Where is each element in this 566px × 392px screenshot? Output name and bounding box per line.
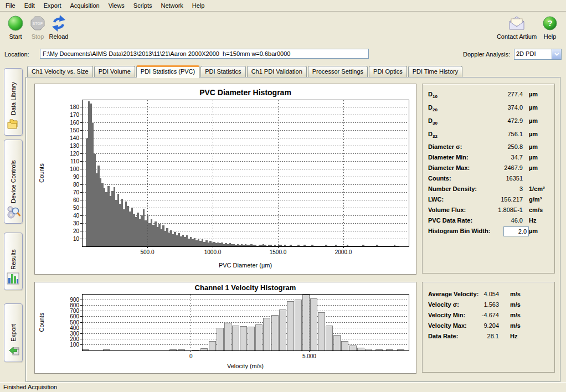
stat-value: 9.204 [423,321,499,331]
svg-text:170: 170 [70,112,79,118]
stat-value: -4.674 [423,310,499,321]
stat-unit: µm [529,226,538,236]
stat-row: D30472.9µm [423,115,554,128]
stat-unit: m/s [510,310,521,321]
stat-value: 28.1 [423,331,499,342]
sidebar-item-data-library[interactable]: Data Library [4,68,23,136]
svg-text:150: 150 [70,127,79,133]
sidebar: Data LibraryDevice ControlsResultsExport [0,62,25,382]
svg-text:180: 180 [70,104,79,110]
folders-icon [6,117,20,132]
stat-row: Average Velocity:4.054m/s [423,289,554,300]
svg-text:10: 10 [73,236,80,242]
stat-value: 34.7 [423,152,523,163]
location-input[interactable] [40,49,369,59]
stop-button[interactable]: STOP Stop [28,14,48,40]
stat-unit: cm/s [529,205,543,215]
svg-text:STOP: STOP [33,22,43,25]
sidebar-item-results[interactable]: Results [4,233,23,290]
tab-ch1-pdi-validation[interactable]: Ch1 PDI Validation [247,66,307,77]
sidebar-item-device-controls[interactable]: Device Controls [4,140,23,224]
tab-pdi-statistics-pvc[interactable]: PDI Statistics (PVC) [136,65,199,78]
chart-title: PVC Diameter Histogram [199,88,291,97]
stat-unit: Hz [510,331,517,342]
histogram-bin-width-input[interactable] [503,226,529,236]
x-axis-label: PVC Diameter (µm) [219,262,272,269]
svg-text:70: 70 [73,189,80,195]
stat-unit: µm [529,102,538,113]
menu-item-acquisition[interactable]: Acquisition [66,1,104,11]
stat-row: PVC Data Rate:46.0Hz [423,215,554,226]
reload-icon [47,14,71,32]
svg-text:900: 900 [70,297,79,303]
stat-value: 277.4 [423,89,523,100]
tab-pdi-time-history[interactable]: PDI Time History [408,66,463,77]
stat-row: Velocity Min:-4.674m/s [423,310,554,321]
stat-row: Diameter Max:2467.9µm [423,163,554,173]
pvc-diameter-histogram-chart: 1020304050607080901001101201301401501601… [35,84,416,274]
doppler-analysis-label: Doppler Analysis: [463,51,510,58]
svg-text:1000.0: 1000.0 [204,249,222,255]
y-axis-label: Counts [38,312,45,332]
stat-value: 4.054 [423,289,499,300]
tab-pdi-statistics[interactable]: PDI Statistics [200,66,245,77]
stat-value: 3 [423,184,523,194]
sidebar-item-label: Results [10,237,17,270]
x-axis-ticks: 05.000 [189,350,316,359]
svg-text:100: 100 [70,342,79,348]
svg-text:300: 300 [70,331,79,337]
gears-search-icon [6,205,20,220]
menu-item-network[interactable]: Network [156,1,187,11]
help-icon: ? [539,14,560,32]
stat-unit: µm [529,116,538,126]
help-button[interactable]: ? Help [539,14,560,40]
stat-unit: µm [529,129,538,140]
stat-unit: µm [529,163,538,173]
stat-label: Histogram Bin Width: [428,226,490,236]
stat-value: 1.808E-1 [423,205,523,215]
x-axis-ticks: 500.01000.01500.02000.0 [140,246,352,255]
help-button-label: Help [539,33,560,40]
tab-ch1-velocity-vs-size[interactable]: Ch1 Velocity vs. Size [27,66,93,77]
pvc-statistics-panel: D10277.4µmD20374.0µmD30472.9µmD32756.1µm… [422,84,555,274]
y-axis-ticks: 1020304050607080901001101201301401501601… [70,104,82,241]
chevron-down-icon[interactable] [552,49,561,59]
svg-text:50: 50 [73,205,80,211]
pvc-diameter-histogram-panel: 1020304050607080901001101201301401501601… [34,84,416,275]
stat-value: 250.8 [423,142,523,152]
stat-value: 1.563 [423,300,499,310]
tab-page: Ch1 Velocity vs. SizePDI VolumePDI Stati… [25,62,560,382]
stat-value: 16351 [423,173,523,184]
menu-item-edit[interactable]: Edit [20,1,39,11]
menu-separator [0,11,566,12]
reload-button[interactable]: Reload [47,14,71,40]
status-bar: Finished Acquisition [0,382,566,392]
menu-item-export[interactable]: Export [39,1,66,11]
stat-value: 472.9 [423,116,523,126]
tab-pdi-optics[interactable]: PDI Optics [369,66,407,77]
tab-pdi-volume[interactable]: PDI Volume [94,66,135,77]
contact-artium-button[interactable]: Contact Artium [494,14,539,40]
sidebar-item-export[interactable]: Export [4,303,23,362]
stat-row: Number Density:31/cm³ [423,184,554,194]
export-arrow-icon [6,343,20,359]
sidebar-item-label: Data Library [10,73,17,115]
stat-unit: Hz [529,215,536,226]
sidebar-item-label: Export [10,308,17,342]
doppler-analysis-value: 2D PDI [514,49,552,59]
stat-value: 46.0 [423,215,523,226]
svg-text:100: 100 [70,166,79,172]
stat-value: 374.0 [423,102,523,113]
menu-item-help[interactable]: Help [188,1,209,11]
menu-item-scripts[interactable]: Scripts [129,1,157,11]
tab-processor-settings[interactable]: Processor Settings [308,66,368,77]
doppler-analysis-select[interactable]: 2D PDI [514,49,562,60]
start-button[interactable]: Start [3,14,28,40]
stop-button-label: Stop [28,33,48,40]
menu-item-views[interactable]: Views [104,1,129,11]
bar-chart-icon [6,271,20,287]
velocity-histogram-chart: 10020030040050060070080090005.000Channel… [35,282,416,373]
menu-item-file[interactable]: File [1,1,20,11]
stat-unit: µm [529,89,538,100]
stat-unit: 1/cm³ [529,184,545,194]
